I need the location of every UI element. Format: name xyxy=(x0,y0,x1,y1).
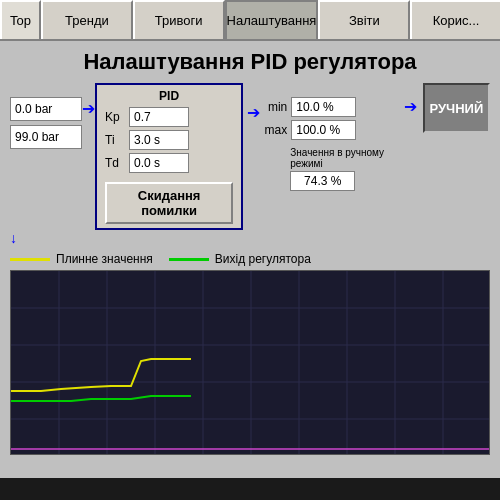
legend-item-output: Вихід регулятора xyxy=(169,252,311,266)
legend-line-output xyxy=(169,258,209,261)
min-row: min xyxy=(262,97,400,117)
nav-item-settings[interactable]: Налаштування xyxy=(225,0,319,39)
nav-label-reports: Звіти xyxy=(349,13,380,28)
manual-note: Значення в ручному режимі xyxy=(290,147,400,169)
chart-area xyxy=(10,270,490,455)
td-input[interactable] xyxy=(129,153,189,173)
minmax-section: min max Значення в ручному режимі xyxy=(262,97,400,191)
bottom-bar xyxy=(0,478,500,500)
legend-item-current: Плинне значення xyxy=(10,252,153,266)
kp-input[interactable] xyxy=(129,107,189,127)
nav-item-trends[interactable]: Тренди xyxy=(41,0,133,39)
kp-label: Kp xyxy=(105,110,125,124)
reset-button[interactable]: Скидання помилки xyxy=(105,182,233,224)
nav-label-alarms: Тривоги xyxy=(155,13,203,28)
pid-section: 0.0 bar 99.0 bar ➔ PID Kp Ti xyxy=(0,81,500,232)
max-row: max xyxy=(262,120,400,140)
nav-label-trends: Тренди xyxy=(65,13,109,28)
pid-settings-box: PID Kp Ti Td Скидання помилки xyxy=(95,83,243,230)
page-title: Налаштування PID регулятора xyxy=(0,41,500,81)
pid-box-title: PID xyxy=(105,89,233,103)
nav-label-settings: Налаштування xyxy=(227,13,317,28)
arrow-right-icon: ➔ xyxy=(82,101,95,117)
min-input[interactable] xyxy=(291,97,356,117)
manual-value-input[interactable] xyxy=(290,171,355,191)
nav-item-reports[interactable]: Звіти xyxy=(318,0,410,39)
ti-input[interactable] xyxy=(129,130,189,150)
nav-item-alarms[interactable]: Тривоги xyxy=(133,0,225,39)
legend-line-current xyxy=(10,258,50,261)
arrow-down-icon: ↓ xyxy=(10,230,17,246)
navigation-bar: Top Тренди Тривоги Налаштування Звіти Ко… xyxy=(0,0,500,41)
nav-item-top[interactable]: Top xyxy=(0,0,41,39)
arrow-right2-icon: ➔ xyxy=(247,104,260,121)
max-input[interactable] xyxy=(291,120,356,140)
pid-kp-row: Kp xyxy=(105,107,233,127)
input-left2[interactable]: 99.0 bar xyxy=(10,125,82,149)
legend-label-current: Плинне значення xyxy=(56,252,153,266)
max-label: max xyxy=(262,123,287,137)
pid-ti-row: Ti xyxy=(105,130,233,150)
pid-td-row: Td xyxy=(105,153,233,173)
arrow-right3-icon: ➔ xyxy=(404,98,417,115)
min-label: min xyxy=(262,100,287,114)
td-label: Td xyxy=(105,156,125,170)
nav-item-users[interactable]: Корис... xyxy=(410,0,500,39)
manual-button[interactable]: РУЧНИЙ xyxy=(423,83,490,133)
nav-label-users: Корис... xyxy=(433,13,480,28)
legend-section: Плинне значення Вихід регулятора xyxy=(0,248,500,270)
nav-label-top: Top xyxy=(10,13,31,28)
legend-label-output: Вихід регулятора xyxy=(215,252,311,266)
arrow-down-row: ↓ xyxy=(0,230,500,246)
main-content: Налаштування PID регулятора 0.0 bar 99.0… xyxy=(0,41,500,500)
input-left1[interactable]: 0.0 bar xyxy=(10,97,82,121)
ti-label: Ti xyxy=(105,133,125,147)
chart-svg xyxy=(11,271,490,455)
